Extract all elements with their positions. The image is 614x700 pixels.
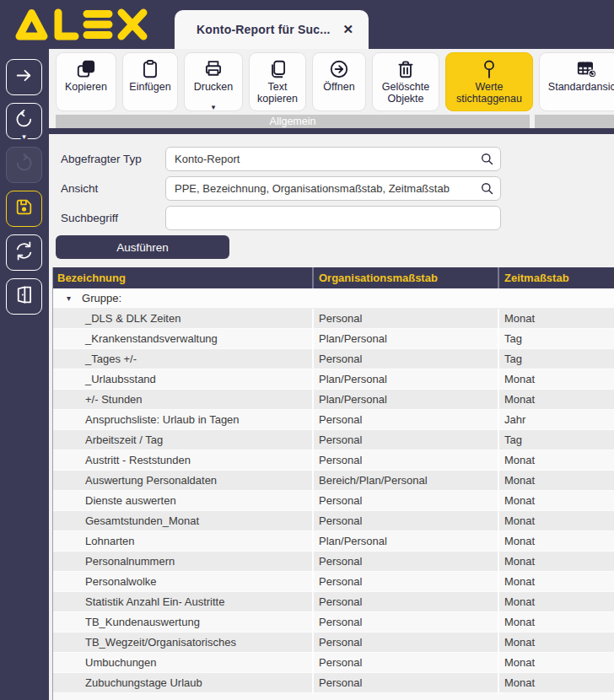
toolbar-buttons: Kopieren Einfügen Drucken▾ Text kopieren… [56, 52, 614, 111]
cell-zeitmassstab: Monat [498, 531, 614, 551]
ansicht-form-row: Ansicht [49, 175, 614, 201]
kopieren-button[interactable]: Kopieren [56, 52, 116, 111]
table-row[interactable]: _Tages +/- Personal Tag [53, 349, 614, 369]
ansicht-label: Ansicht [61, 182, 98, 195]
table-row[interactable]: Personalnummern Personal Monat [53, 552, 614, 572]
chevron-down-icon: ▾ [212, 103, 216, 111]
save-button[interactable] [6, 191, 42, 227]
abgefragter-typ-label: Abgefragter Typ [61, 153, 142, 165]
cell-zeitmassstab: Monat [498, 471, 614, 490]
table-row[interactable]: Statistik Anzahl Ein- Austritte Personal… [53, 592, 614, 612]
abgefragter-typ-form-row: Abgefragter Typ [49, 146, 614, 171]
close-icon[interactable]: ✕ [342, 22, 353, 37]
cell-zeitmassstab: Tag [498, 430, 614, 450]
grid-refresh-icon [575, 58, 597, 80]
abgefragter-typ-input[interactable] [165, 147, 501, 171]
suchbegriff-input[interactable] [165, 206, 501, 230]
cell-organisationsmassstab: Personal [312, 450, 498, 470]
cell-bezeichnung: Gesamtstunden_Monat [53, 514, 312, 527]
drucken-button[interactable]: Drucken▾ [184, 52, 243, 111]
geloeschte-objekte-button[interactable]: Gelöschte Objekte [372, 52, 439, 111]
group-row[interactable]: ▾ Gruppe: [53, 288, 614, 309]
save-icon [13, 197, 35, 221]
column-header-zeitmassstab[interactable]: Zeitmaßstab [498, 267, 614, 288]
cell-zeitmassstab: Monat [498, 491, 614, 510]
table-row[interactable]: TB_Kundenauswertung Personal Monat [53, 612, 614, 633]
cell-bezeichnung: Austritt - Reststunden [53, 454, 312, 466]
ansicht-input-wrap [165, 176, 501, 201]
cell-organisationsmassstab: Plan/Personal [312, 531, 498, 551]
chevron-down-icon: ▾ [20, 133, 28, 141]
redo-icon [13, 153, 35, 177]
table-row[interactable]: Personalwolke Personal Monat [53, 572, 614, 592]
cell-zeitmassstab: Monat [498, 653, 614, 672]
table-row[interactable]: Umbuchungen Personal Monat [53, 653, 614, 673]
table-row[interactable]: Anspruchsliste: Urlaub in Tagen Personal… [53, 410, 614, 430]
cell-zeitmassstab: Monat [498, 592, 614, 611]
table-row[interactable]: Lohnarten Plan/Personal Monat [53, 531, 614, 552]
cell-bezeichnung: Arbeitszeit / Tag [53, 433, 312, 446]
app-topbar: Konto-Report für Suc... ✕ [0, 0, 614, 49]
forward-button[interactable] [6, 59, 42, 95]
table-row[interactable]: Gesamtstunden_Monat Personal Monat [53, 511, 614, 531]
sync-icon [13, 240, 35, 265]
column-header-bezeichnung[interactable]: Bezeichnung [53, 267, 312, 288]
text-kopieren-button[interactable]: Text kopieren [249, 52, 306, 111]
table-header: Bezeichnung Organisationsmaßstab Zeitmaß… [53, 267, 614, 288]
main-panel: Kopieren Einfügen Drucken▾ Text kopieren… [49, 49, 614, 700]
arrow-right-icon [13, 65, 35, 89]
search-icon[interactable] [479, 180, 495, 197]
cell-organisationsmassstab: Personal [312, 349, 498, 369]
ausfuehren-button[interactable]: Ausführen [56, 235, 229, 259]
cell-zeitmassstab: Monat [498, 369, 614, 389]
trash-icon [395, 58, 417, 80]
cell-zeitmassstab: Monat [498, 309, 614, 328]
redo-button[interactable] [6, 147, 42, 183]
table-row[interactable]: TB_Wegzeit/Organisatorisches Personal Mo… [53, 633, 614, 653]
standardansicht-button[interactable]: Standardansicht [539, 52, 614, 111]
table-row[interactable]: _DLS & DLK Zeiten Personal Monat [53, 309, 614, 329]
table-row[interactable]: +/- Stunden Plan/Personal Monat [53, 390, 614, 410]
cell-bezeichnung: Personalnummern [53, 555, 312, 568]
table-row[interactable]: _Urlaubsstand Plan/Personal Monat [53, 369, 614, 390]
toolbar-button-label: Text kopieren [252, 81, 303, 105]
cell-zeitmassstab: Monat [498, 633, 614, 652]
printer-icon [202, 58, 224, 80]
cell-organisationsmassstab: Personal [312, 410, 498, 429]
refresh-button[interactable] [6, 234, 42, 271]
collapse-triangle-icon[interactable]: ▾ [67, 293, 71, 303]
undo-button[interactable]: ▾ [6, 103, 42, 139]
ansicht-input[interactable] [165, 176, 501, 201]
table-row[interactable]: Austritt - Reststunden Personal Monat [53, 450, 614, 471]
column-header-organisationsmassstab[interactable]: Organisationsmaßstab [312, 267, 498, 288]
toolbar-group-label: Allgemein [270, 116, 316, 127]
tab-konto-report[interactable]: Konto-Report für Suc... ✕ [175, 10, 369, 49]
table-row[interactable]: Zubuchungstage Urlaub Personal Monat [53, 673, 614, 693]
cell-organisationsmassstab: Personal [312, 491, 498, 510]
cell-bezeichnung: _Urlaubsstand [53, 373, 312, 385]
table-row[interactable]: Arbeitszeit / Tag Personal Tag [53, 430, 614, 450]
cell-zeitmassstab: Monat [498, 552, 614, 571]
cell-bezeichnung: _Krankenstandsverwaltung [53, 332, 312, 345]
cell-bezeichnung: TB_Kundenauswertung [53, 616, 312, 628]
search-icon[interactable] [479, 151, 495, 167]
table-row[interactable]: _Krankenstandsverwaltung Plan/Personal T… [53, 329, 614, 349]
cell-organisationsmassstab: Personal [312, 572, 498, 591]
einfuegen-button[interactable]: Einfügen [122, 52, 178, 111]
cell-organisationsmassstab: Personal [312, 552, 498, 571]
cell-zeitmassstab: Monat [498, 390, 614, 409]
exit-button[interactable] [6, 278, 42, 315]
toolbar-button-label: Kopieren [65, 81, 107, 93]
alex-logo [13, 7, 167, 42]
toolbar-group-allgemein: Allgemein [56, 115, 530, 128]
suchbegriff-label: Suchbegriff [61, 212, 118, 224]
table-row[interactable]: Dienste auswerten Personal Monat [53, 491, 614, 511]
suchbegriff-input-wrap [165, 206, 501, 230]
suchbegriff-form-row: Suchbegriff [49, 205, 614, 230]
oeffnen-button[interactable]: Öffnen [312, 52, 366, 111]
werte-stichtaggenau-button[interactable]: Werte stichtaggenau [445, 52, 533, 111]
cell-zeitmassstab: Tag [498, 329, 614, 348]
section-divider [49, 128, 614, 134]
undo-icon [13, 109, 35, 133]
table-row[interactable]: Auswertung Personaldaten Bereich/Plan/Pe… [53, 471, 614, 491]
